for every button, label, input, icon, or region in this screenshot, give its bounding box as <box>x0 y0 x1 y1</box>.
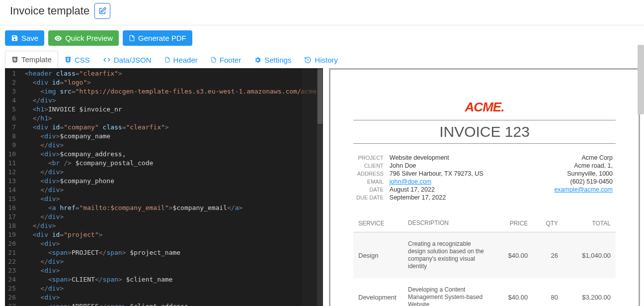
save-label: Save <box>21 34 38 42</box>
table-row: DesignCreating a recognizable design sol… <box>353 232 616 279</box>
acme-logo: ACME <box>353 100 616 120</box>
preview-panel: ACME INVOICE 123 PROJECT CLIENT ADDRESS … <box>329 68 640 306</box>
save-icon <box>11 34 18 42</box>
history-icon <box>304 56 312 64</box>
table-row: DevelopmentDeveloping a Content Manageme… <box>353 278 616 306</box>
page-title: Invoice template <box>10 4 89 17</box>
gear-icon <box>254 56 261 64</box>
code-icon <box>103 56 111 63</box>
info-labels: PROJECT CLIENT ADDRESS EMAIL DATE DUE DA… <box>356 154 390 202</box>
tab-template-label: Template <box>21 55 52 64</box>
page-scroll-thumb[interactable] <box>638 45 644 114</box>
invoice-title: INVOICE 123 <box>353 123 616 144</box>
invoice-table: SERVICE DESCRIPTION PRICE QTY TOTAL Desi… <box>353 214 616 306</box>
tab-header[interactable]: Header <box>158 51 204 68</box>
page-scrollbar[interactable] <box>637 45 644 304</box>
tab-settings[interactable]: Settings <box>247 51 298 68</box>
tab-history[interactable]: History <box>298 51 344 68</box>
pencil-icon <box>98 7 106 15</box>
minimap[interactable] <box>302 68 317 306</box>
tab-css-label: CSS <box>75 56 90 64</box>
company-info: Acme Corp Acme road, 1, Sunnyville, 1000… <box>554 154 613 202</box>
scroll-thumb[interactable] <box>318 69 322 124</box>
edit-title-button[interactable] <box>94 3 110 19</box>
client-email-link[interactable]: john@doe.com <box>390 178 431 185</box>
html-icon <box>11 56 18 63</box>
tab-data-label: Data/JSON <box>114 56 152 64</box>
tab-history-label: History <box>315 56 338 64</box>
eye-icon <box>54 34 62 42</box>
tab-data[interactable]: Data/JSON <box>96 51 158 68</box>
pdf-label: Generate PDF <box>138 34 186 42</box>
css-icon <box>65 56 72 63</box>
preview-button[interactable]: Quick Preview <box>48 30 119 46</box>
company-email-link[interactable]: example@acme.com <box>554 186 613 193</box>
file-icon <box>164 56 170 63</box>
tab-css[interactable]: CSS <box>58 51 96 68</box>
tab-settings-label: Settings <box>264 56 291 64</box>
save-button[interactable]: Save <box>5 30 44 46</box>
generate-pdf-button[interactable]: Generate PDF <box>123 30 192 46</box>
file-icon <box>129 34 135 42</box>
code-editor[interactable]: 1<header class="clearfix">2 <div id="log… <box>5 68 323 306</box>
tab-header-label: Header <box>173 56 198 64</box>
file-icon <box>211 56 217 63</box>
tab-template[interactable]: Template <box>5 51 58 68</box>
tab-footer-label: Footer <box>220 56 241 64</box>
preview-label: Quick Preview <box>65 34 113 42</box>
editor-scrollbar[interactable] <box>317 68 323 306</box>
tab-footer[interactable]: Footer <box>204 51 247 68</box>
info-values: Website development John Doe 796 Silver … <box>390 154 483 202</box>
